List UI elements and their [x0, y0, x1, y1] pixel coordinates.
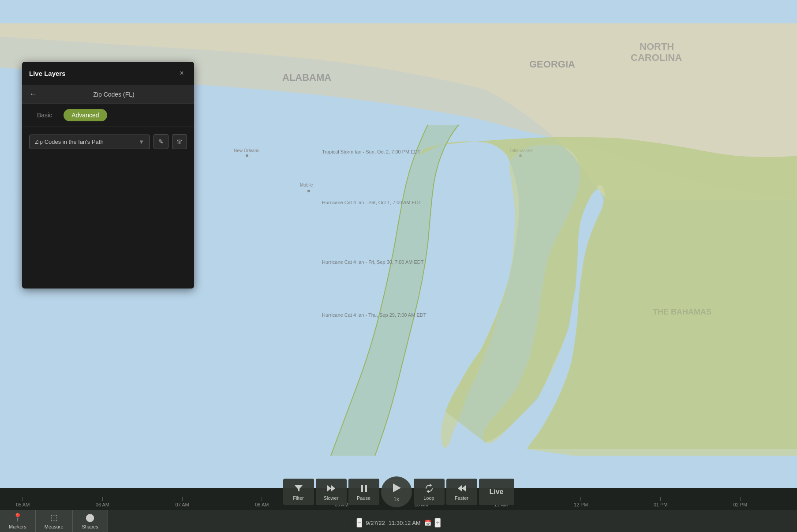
- live-label: Live: [489, 488, 503, 496]
- measure-icon: ⬚: [50, 513, 58, 522]
- shapes-label: Shapes: [82, 524, 98, 529]
- calendar-icon: 📅: [424, 520, 431, 526]
- svg-rect-1: [573, 200, 797, 509]
- filter-delete-button[interactable]: 🗑: [172, 134, 187, 149]
- toolbar-left: 📍 Markers ⬚ Measure ⬤ Shapes: [0, 510, 108, 532]
- slower-button[interactable]: Slower: [316, 479, 347, 505]
- filter-edit-button[interactable]: ✎: [153, 134, 168, 149]
- timeline-tick-3: 08 AM: [255, 497, 269, 507]
- svg-text:New Orleans: New Orleans: [234, 148, 259, 153]
- svg-rect-18: [361, 485, 363, 492]
- timeline-label-9: 02 PM: [733, 502, 747, 507]
- pause-label: Pause: [357, 495, 370, 501]
- tab-basic[interactable]: Basic: [29, 109, 60, 121]
- timeline-label-3: 08 AM: [255, 502, 269, 507]
- timeline-label-7: 12 PM: [574, 502, 588, 507]
- filter-select-value: Zip Codes in the Ian's Path: [35, 139, 104, 145]
- panel-tabs: Basic Advanced: [22, 104, 194, 127]
- faster-button[interactable]: Faster: [446, 479, 477, 505]
- back-button[interactable]: ←: [29, 90, 37, 99]
- pause-button[interactable]: Pause: [348, 479, 379, 505]
- timeline-tick-8: 01 PM: [654, 497, 668, 507]
- svg-text:Hurricane Cat 4 Ian - Thu, Sep: Hurricane Cat 4 Ian - Thu, Sep 29, 7:00 …: [322, 312, 427, 318]
- panel-content: Zip Codes in the Ian's Path ▼ ✎ 🗑: [22, 127, 194, 288]
- timeline-label-8: 01 PM: [654, 502, 668, 507]
- shapes-icon: ⬤: [86, 513, 94, 522]
- subheader-title: Zip Codes (FL): [41, 91, 187, 98]
- timeline-tick-1: 06 AM: [96, 497, 109, 507]
- timeline-tick-9: 02 PM: [733, 497, 747, 507]
- filter-select[interactable]: Zip Codes in the Ian's Path ▼: [29, 135, 150, 149]
- filter-label: Filter: [293, 495, 303, 501]
- markers-button[interactable]: 📍 Markers: [0, 510, 36, 532]
- svg-rect-19: [365, 485, 367, 492]
- tab-advanced[interactable]: Advanced: [64, 109, 107, 121]
- timeline-time: 11:30:12 AM: [389, 520, 421, 526]
- chevron-down-icon: ▼: [138, 139, 144, 145]
- time-display: − 9/27/22 11:30:12 AM 📅 +: [351, 515, 446, 530]
- slower-label: Slower: [324, 495, 339, 501]
- svg-text:THE BAHAMAS: THE BAHAMAS: [653, 307, 711, 316]
- timeline-label-0: 05 AM: [16, 502, 30, 507]
- svg-text:CAROLINA: CAROLINA: [631, 52, 682, 63]
- loop-icon: [424, 483, 434, 494]
- measure-label: Measure: [45, 524, 64, 529]
- markers-label: Markers: [9, 524, 26, 529]
- timeline-tick-7: 12 PM: [574, 497, 588, 507]
- svg-point-7: [307, 190, 310, 192]
- loop-label: Loop: [423, 495, 434, 501]
- timeline-date: 9/27/22: [366, 520, 385, 526]
- live-button[interactable]: Live: [479, 479, 514, 505]
- panel-close-button[interactable]: ×: [176, 68, 187, 79]
- time-minus-button[interactable]: −: [356, 518, 362, 528]
- edit-icon: ✎: [158, 138, 164, 145]
- play-icon: [390, 482, 403, 495]
- panel-header: Live Layers ×: [22, 62, 194, 85]
- svg-text:Tallahassee: Tallahassee: [509, 148, 533, 153]
- rewind-icon: [326, 483, 336, 494]
- svg-text:ALABAMA: ALABAMA: [282, 72, 331, 83]
- panel-empty-area: [29, 149, 187, 281]
- loop-button[interactable]: Loop: [414, 479, 445, 505]
- svg-text:Hurricane Cat 4 Ian - Fri, Sep: Hurricane Cat 4 Ian - Fri, Sep 30, 7:00 …: [322, 259, 424, 265]
- filter-icon: [294, 483, 303, 494]
- shapes-button[interactable]: ⬤ Shapes: [73, 510, 108, 532]
- svg-text:Hurricane Cat 4 Ian - Sat, Oct: Hurricane Cat 4 Ian - Sat, Oct 1, 7:00 A…: [322, 200, 422, 205]
- svg-text:Mobile: Mobile: [300, 183, 313, 187]
- live-layers-panel: Live Layers × ← Zip Codes (FL) Basic Adv…: [22, 62, 194, 288]
- svg-text:NORTH: NORTH: [640, 41, 674, 52]
- svg-text:Tropical Storm Ian - Sun, Oct : Tropical Storm Ian - Sun, Oct 2, 7:00 PM…: [322, 149, 421, 154]
- timeline-label-1: 06 AM: [96, 502, 109, 507]
- timeline-tick-0: 05 AM: [16, 497, 30, 507]
- svg-text:GEORGIA: GEORGIA: [529, 59, 575, 70]
- faster-label: Faster: [455, 495, 468, 501]
- speed-label: 1x: [393, 496, 399, 502]
- panel-subheader: ← Zip Codes (FL): [22, 85, 194, 104]
- svg-point-9: [246, 154, 248, 157]
- filter-button[interactable]: Filter: [283, 479, 314, 505]
- marker-icon: 📍: [13, 513, 22, 522]
- fast-forward-icon: [457, 483, 467, 494]
- timeline-label-2: 07 AM: [176, 502, 189, 507]
- playback-controls: Filter Slower Pause 1x: [283, 476, 514, 507]
- play-button[interactable]: 1x: [381, 476, 412, 507]
- trash-icon: 🗑: [176, 138, 183, 145]
- panel-title: Live Layers: [29, 70, 66, 77]
- time-plus-button[interactable]: +: [435, 518, 441, 528]
- svg-point-11: [519, 154, 522, 157]
- pause-icon: [359, 483, 369, 494]
- timeline-tick-2: 07 AM: [176, 497, 189, 507]
- measure-button[interactable]: ⬚ Measure: [36, 510, 73, 532]
- filter-row: Zip Codes in the Ian's Path ▼ ✎ 🗑: [29, 134, 187, 149]
